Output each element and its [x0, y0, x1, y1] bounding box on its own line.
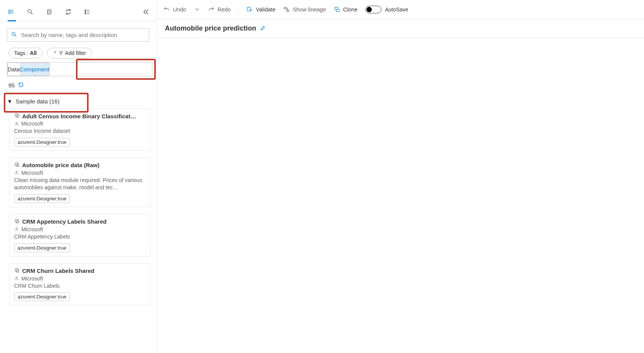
item-owner: Microsoft — [21, 121, 43, 127]
tags-filter-value: All — [30, 50, 37, 56]
item-description: Census Income dataset — [14, 127, 146, 135]
results-count: 95 — [8, 82, 15, 89]
svg-rect-22 — [336, 10, 339, 12]
item-title: Adult Census Income Binary Classificatio… — [22, 113, 137, 119]
sidebar-nav-toolbar — [0, 0, 156, 21]
pipeline-title: Automobile price prediction — [165, 24, 256, 32]
svg-rect-19 — [284, 7, 286, 9]
autosave-toggle[interactable]: AutoSave — [365, 6, 408, 13]
autosave-label: AutoSave — [385, 6, 408, 13]
outline-icon[interactable] — [84, 8, 91, 15]
item-tag: azureml.Designer:true — [14, 292, 70, 301]
svg-rect-16 — [16, 269, 19, 272]
svg-rect-18 — [247, 7, 251, 11]
dataset-icon — [14, 162, 20, 169]
svg-point-0 — [28, 10, 31, 13]
refresh-results-icon[interactable] — [18, 82, 24, 89]
item-owner: Microsoft — [21, 226, 43, 232]
category-label: Sample data (16) — [16, 98, 60, 105]
tab-data[interactable]: Data — [8, 63, 20, 76]
svg-point-14 — [16, 227, 17, 229]
dataset-icon — [14, 268, 20, 274]
item-tag: azureml.Designer:true — [14, 194, 70, 203]
pipeline-title-row: Automobile price prediction — [157, 19, 644, 38]
tags-filter-pill[interactable]: Tags : All — [8, 48, 42, 58]
clipboard-icon[interactable] — [46, 8, 53, 15]
item-description: Clean missing data module required. Pric… — [14, 177, 146, 191]
dataset-icon — [14, 218, 20, 225]
svg-point-2 — [85, 10, 86, 11]
redo-label: Redo — [218, 6, 231, 13]
list-item[interactable]: CRM Appetency Labels Shared Microsoft CR… — [9, 214, 151, 256]
collapse-panel-icon[interactable] — [142, 8, 149, 15]
list-item[interactable]: Adult Census Income Binary Classificatio… — [9, 108, 151, 151]
item-owner: Microsoft — [21, 276, 43, 282]
svg-rect-21 — [335, 7, 338, 10]
search-input-wrapper[interactable] — [7, 28, 149, 42]
design-canvas[interactable] — [157, 38, 644, 353]
item-description: CRM Churn Labels — [14, 282, 146, 290]
magnifier-icon — [11, 31, 17, 39]
tags-filter-label: Tags : — [14, 50, 28, 56]
add-filter-pill[interactable]: Add filter — [47, 48, 92, 58]
add-filter-label: Add filter — [65, 50, 86, 56]
svg-rect-13 — [16, 220, 19, 223]
validate-button[interactable]: Validate — [246, 6, 275, 13]
undo-dropdown[interactable] — [194, 6, 200, 13]
sidebar: Tags : All Add filter Data Component 95 … — [0, 0, 157, 353]
chevron-down-icon: ▼ — [7, 98, 13, 105]
asset-type-tabs: Data Component — [7, 63, 50, 76]
svg-point-3 — [85, 11, 86, 12]
search-icon[interactable] — [27, 8, 34, 15]
clone-button[interactable]: Clone — [334, 6, 358, 13]
undo-button[interactable]: Undo — [163, 6, 186, 13]
sample-list[interactable]: Adult Census Income Binary Classificatio… — [0, 108, 156, 353]
edit-title-icon[interactable] — [260, 25, 266, 32]
svg-point-11 — [16, 171, 17, 173]
svg-rect-7 — [16, 115, 19, 118]
svg-point-4 — [85, 13, 86, 14]
show-lineage-button[interactable]: Show lineage — [283, 6, 326, 13]
item-tag: azureml.Designer:true — [14, 138, 70, 147]
canvas-toolbar: Undo Redo Validate Show lineage Clone Au… — [157, 0, 644, 19]
search-input[interactable] — [20, 31, 145, 39]
canvas-area: Undo Redo Validate Show lineage Clone Au… — [157, 0, 644, 353]
item-title: CRM Appetency Labels Shared — [22, 218, 107, 225]
person-icon — [14, 170, 19, 175]
refresh-icon[interactable] — [65, 8, 72, 15]
show-lineage-label: Show lineage — [293, 6, 326, 13]
svg-rect-20 — [287, 10, 289, 11]
validate-label: Validate — [256, 6, 275, 13]
dataset-icon — [14, 113, 20, 119]
list-item[interactable]: CRM Churn Labels Shared Microsoft CRM Ch… — [9, 263, 151, 306]
svg-point-17 — [16, 277, 17, 278]
library-icon[interactable] — [8, 8, 15, 15]
redo-button[interactable]: Redo — [208, 6, 231, 13]
svg-rect-10 — [16, 164, 19, 167]
filter-row: Tags : All Add filter — [0, 48, 156, 62]
item-title: CRM Churn Labels Shared — [22, 268, 94, 274]
undo-label: Undo — [173, 6, 186, 13]
person-icon — [14, 276, 19, 281]
person-icon — [14, 121, 19, 126]
person-icon — [14, 227, 19, 232]
svg-point-5 — [12, 32, 15, 35]
category-sample-data[interactable]: ▼ Sample data (16) — [0, 95, 156, 108]
clone-label: Clone — [343, 6, 358, 13]
tab-component[interactable]: Component — [20, 63, 50, 76]
toolbar-divider — [238, 5, 239, 15]
results-count-row: 95 — [0, 76, 156, 90]
svg-point-8 — [16, 122, 17, 124]
list-item[interactable]: Automobile price data (Raw) Microsoft Cl… — [9, 158, 151, 207]
item-owner: Microsoft — [21, 170, 43, 176]
item-tag: azureml.Designer:true — [14, 243, 70, 252]
item-title: Automobile price data (Raw) — [22, 162, 100, 168]
item-description: CRM Appetency Labels — [14, 233, 146, 240]
